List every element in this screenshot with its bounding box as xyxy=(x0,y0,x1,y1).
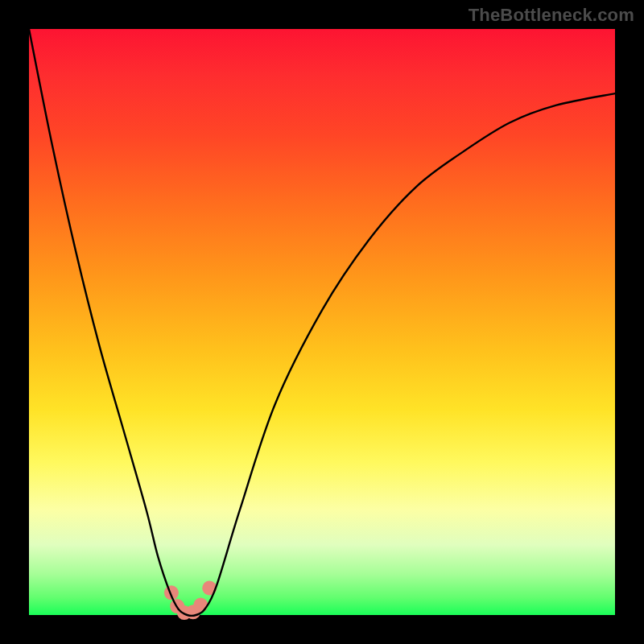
highlight-dot xyxy=(193,598,208,613)
watermark-text: TheBottleneck.com xyxy=(469,5,634,26)
curve-svg xyxy=(29,29,615,615)
chart-container: TheBottleneck.com xyxy=(0,0,644,644)
plot-area xyxy=(29,29,615,615)
bottleneck-curve xyxy=(29,29,615,616)
marker-group xyxy=(164,581,217,621)
